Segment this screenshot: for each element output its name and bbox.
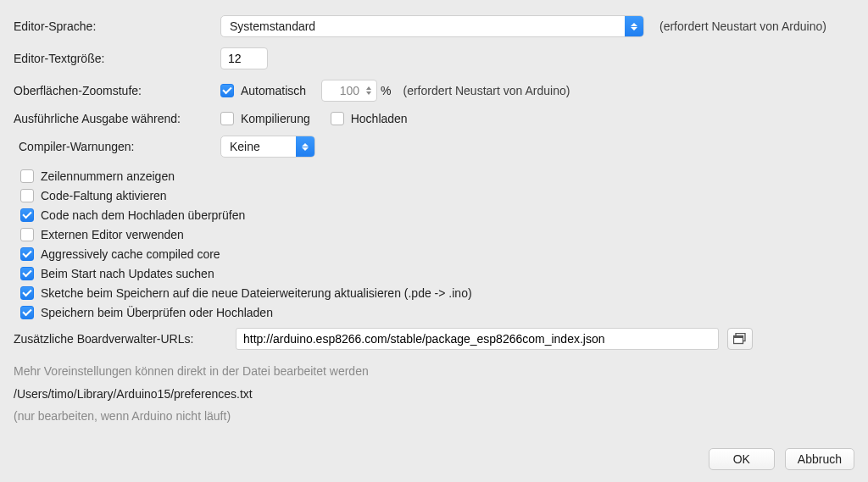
verbose-output-label: Ausführliche Ausgabe während:: [14, 112, 220, 125]
additional-urls-input[interactable]: [236, 328, 719, 350]
option-checkbox[interactable]: [20, 267, 34, 280]
option-checkbox[interactable]: [20, 306, 34, 319]
option-row: Sketche beim Speichern auf die neue Date…: [14, 286, 854, 300]
window-icon: [733, 333, 747, 345]
option-label: Sketche beim Speichern auf die neue Date…: [41, 286, 472, 300]
option-label: Aggressively cache compiled core: [41, 247, 220, 261]
option-label: Code-Faltung aktivieren: [41, 189, 167, 202]
option-row: Speichern beim Überprüfen oder Hochladen: [14, 306, 854, 319]
compiler-warnings-select[interactable]: Keine: [220, 136, 315, 158]
additional-urls-label: Zusätzliche Boardverwalter-URLs:: [14, 332, 236, 346]
ok-button[interactable]: OK: [709, 448, 775, 470]
verbose-upload-label: Hochladen: [351, 112, 408, 125]
zoom-restart-hint: (erfordert Neustart von Arduino): [403, 84, 570, 97]
cancel-button[interactable]: Abbruch: [785, 448, 854, 470]
edit-note: (nur bearbeiten, wenn Arduino nicht läuf…: [14, 405, 854, 428]
option-checkbox[interactable]: [20, 169, 34, 183]
editor-textsize-input[interactable]: [220, 47, 268, 69]
option-row: Code-Faltung aktivieren: [14, 189, 854, 202]
option-checkbox[interactable]: [20, 208, 34, 222]
zoom-value-stepper[interactable]: 100: [321, 80, 377, 102]
editor-language-restart-hint: (erfordert Neustart von Arduino): [659, 19, 826, 33]
verbose-upload-checkbox[interactable]: [331, 112, 344, 125]
edit-urls-button[interactable]: [727, 328, 753, 350]
option-label: Zeilennummern anzeigen: [41, 169, 175, 183]
editor-language-label: Editor-Sprache:: [14, 19, 220, 33]
stepper-arrows-icon: [363, 81, 375, 100]
option-label: Code nach dem Hochladen überprüfen: [41, 208, 245, 222]
dropdown-arrows-icon: [296, 136, 314, 157]
verbose-compile-checkbox[interactable]: [220, 112, 234, 125]
more-prefs-hint: Mehr Voreinstellungen können direkt in d…: [14, 360, 854, 383]
editor-language-select[interactable]: Systemstandard: [220, 15, 644, 37]
zoom-auto-label: Automatisch: [241, 84, 306, 97]
option-checkbox[interactable]: [20, 247, 34, 261]
editor-language-value: Systemstandard: [230, 19, 315, 33]
option-row: Aggressively cache compiled core: [14, 247, 854, 261]
option-row: Beim Start nach Updates suchen: [14, 267, 854, 280]
compiler-warnings-label: Compiler-Warnungen:: [14, 140, 220, 153]
option-label: Externen Editor verwenden: [41, 228, 184, 241]
option-row: Code nach dem Hochladen überprüfen: [14, 208, 854, 222]
zoom-auto-checkbox[interactable]: [220, 84, 234, 97]
option-row: Externen Editor verwenden: [14, 228, 854, 241]
option-checkbox[interactable]: [20, 189, 34, 202]
option-label: Beim Start nach Updates suchen: [41, 267, 214, 280]
option-row: Zeilennummern anzeigen: [14, 169, 854, 183]
option-checkbox[interactable]: [20, 228, 34, 241]
verbose-compile-label: Kompilierung: [241, 112, 310, 125]
options-checkbox-list: Zeilennummern anzeigenCode-Faltung aktiv…: [14, 169, 854, 319]
option-label: Speichern beim Überprüfen oder Hochladen: [41, 306, 273, 319]
zoom-percent: %: [381, 84, 391, 97]
preferences-file-path: /Users/timo/Library/Arduino15/preference…: [14, 383, 854, 406]
option-checkbox[interactable]: [20, 286, 34, 300]
zoom-value: 100: [329, 84, 361, 97]
compiler-warnings-value: Keine: [230, 140, 260, 153]
editor-textsize-label: Editor-Textgröße:: [14, 52, 220, 65]
interface-zoom-label: Oberflächen-Zoomstufe:: [14, 84, 220, 97]
dropdown-arrows-icon: [625, 16, 643, 36]
svg-rect-2: [734, 336, 743, 339]
